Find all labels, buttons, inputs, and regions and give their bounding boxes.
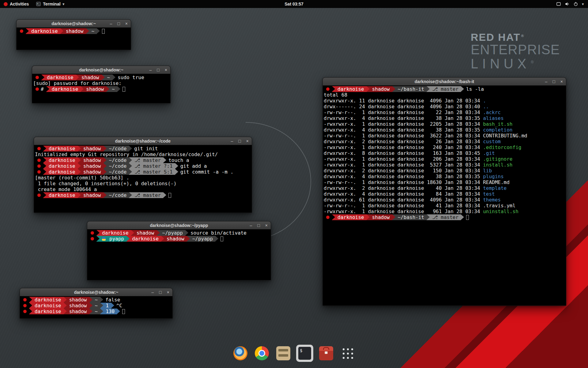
close-button[interactable]: × bbox=[125, 21, 128, 26]
powerline-separator-icon bbox=[43, 163, 46, 169]
terminal-window[interactable]: darknoise@shadow:~–□×darknoiseshadow~sud… bbox=[32, 66, 171, 103]
dock-toolbox[interactable] bbox=[318, 345, 335, 362]
powerline-separator-icon bbox=[78, 169, 81, 175]
redhat-icon bbox=[36, 76, 39, 79]
power-icon[interactable] bbox=[573, 2, 578, 6]
chevron-down-icon[interactable]: ▾ bbox=[582, 2, 584, 6]
window-titlebar[interactable]: darknoise@shadow:~–□× bbox=[17, 20, 131, 28]
prompt-segment-logo bbox=[33, 75, 41, 80]
maximize-button[interactable]: □ bbox=[117, 21, 120, 26]
prompt-segment-user: darknoise bbox=[130, 236, 161, 242]
terminal-content[interactable]: darknoiseshadow~/codegit initInitialized… bbox=[34, 145, 252, 213]
powerline-separator-icon bbox=[102, 75, 105, 80]
prompt-segment-dir: ~ bbox=[109, 86, 117, 92]
window-titlebar[interactable]: darknoise@shadow:~–□× bbox=[20, 288, 172, 296]
prompt-segment-dir: ~/code bbox=[107, 169, 129, 175]
close-button[interactable]: × bbox=[165, 68, 167, 72]
close-button[interactable]: × bbox=[246, 139, 249, 143]
prompt-segment-user: darknoise bbox=[46, 157, 78, 163]
powerline-separator-icon bbox=[97, 28, 100, 34]
prompt-segment-git: ⎇ master bbox=[430, 214, 461, 220]
segment-text: darknoise bbox=[35, 303, 61, 309]
terminal-line: darknoiseshadow~/bash-it⎇ master bbox=[324, 214, 566, 220]
maximize-button[interactable]: □ bbox=[238, 139, 241, 143]
volume-icon[interactable] bbox=[565, 2, 570, 6]
dock-app-grid[interactable] bbox=[339, 345, 356, 362]
minimize-button[interactable]: – bbox=[231, 139, 233, 143]
window-titlebar[interactable]: darknoise@shadow:~/pyapp–□× bbox=[87, 221, 271, 229]
window-buttons: –□× bbox=[231, 137, 249, 145]
powerline-separator-icon bbox=[43, 157, 46, 163]
maximize-button[interactable]: □ bbox=[257, 223, 260, 228]
window-titlebar[interactable]: darknoise@shadow:~/code–□× bbox=[34, 137, 252, 145]
terminal-window[interactable]: darknoise@shadow:~–□×darknoiseshadow~ bbox=[16, 19, 131, 50]
minimize-button[interactable]: – bbox=[545, 79, 548, 84]
window-buttons: –□× bbox=[152, 288, 169, 296]
terminal-window[interactable]: darknoise@shadow:~/code–□×darknoiseshado… bbox=[34, 137, 252, 213]
terminal-window[interactable]: darknoise@shadow:~–□×darknoiseshadow~fal… bbox=[20, 288, 173, 319]
powerline-separator-icon bbox=[29, 309, 32, 314]
powerline-separator-icon bbox=[111, 303, 114, 309]
terminal-content[interactable]: darknoiseshadow~falsedarknoiseshadow~1^C… bbox=[20, 296, 172, 318]
dock-terminal[interactable]: $ bbox=[296, 345, 313, 362]
window-title: darknoise@shadow:~ bbox=[51, 21, 96, 26]
prompt-segment-dir: ~/code bbox=[107, 146, 129, 151]
segment-text: shadow bbox=[83, 157, 101, 163]
window-titlebar[interactable]: darknoise@shadow:~–□× bbox=[32, 66, 170, 74]
close-button[interactable]: × bbox=[265, 223, 268, 228]
terminal-content[interactable]: darknoiseshadow~/pyappsource bin/activat… bbox=[87, 229, 271, 280]
powerline-separator-icon bbox=[43, 146, 46, 151]
terminal-window[interactable]: darknoise@shadow:~/pyapp–□×darknoiseshad… bbox=[87, 221, 271, 280]
powerline-separator-icon bbox=[104, 169, 107, 175]
clock[interactable]: Sat 03:57 bbox=[285, 2, 303, 6]
terminal-line: drwxrwxr-x. 4 darknoise darknoise 84 Jan… bbox=[324, 191, 566, 197]
maximize-button[interactable]: □ bbox=[157, 68, 159, 72]
maximize-button[interactable]: □ bbox=[159, 290, 161, 294]
powerline-separator-icon bbox=[161, 236, 164, 242]
terminal-content[interactable]: darknoiseshadow~sudo true[sudo] password… bbox=[32, 74, 170, 103]
close-button[interactable]: × bbox=[560, 79, 563, 84]
dock: $ bbox=[232, 345, 356, 362]
activities-button[interactable]: Activities bbox=[0, 0, 32, 8]
maximize-button[interactable]: □ bbox=[552, 79, 555, 84]
dock-chrome[interactable] bbox=[253, 345, 270, 362]
window-titlebar[interactable]: darknoise@shadow:~/bash-it–□× bbox=[323, 78, 566, 86]
minimize-button[interactable]: – bbox=[152, 290, 154, 294]
segment-text: darknoise bbox=[35, 309, 61, 314]
terminal-content[interactable]: darknoiseshadow~/bash-it⎇ masterls -lato… bbox=[323, 86, 566, 305]
executable-name: .editorconfig bbox=[483, 144, 521, 150]
prompt-segment-host: shadow bbox=[84, 86, 106, 92]
terminal-cursor bbox=[102, 29, 105, 34]
powerline-separator-icon bbox=[89, 309, 92, 314]
segment-text: ~/pyapp bbox=[162, 230, 183, 236]
terminal-icon: $ bbox=[298, 347, 311, 360]
prompt-segment-user: darknoise bbox=[335, 86, 367, 92]
terminal-window[interactable]: darknoise@shadow:~/bash-it–□×darknoisesh… bbox=[322, 77, 566, 306]
dock-files[interactable] bbox=[275, 345, 292, 362]
terminal-line: drwxrwxr-x. 4 darknoise darknoise 38 Jan… bbox=[324, 127, 566, 133]
dock-firefox[interactable] bbox=[232, 345, 249, 362]
powerline-separator-icon bbox=[215, 236, 218, 242]
output-text: -rwxrwxr-x. 1 darknoise darknoise 961 Ja… bbox=[324, 209, 483, 214]
prompt-segment-host: shadow bbox=[81, 169, 104, 175]
app-menu-terminal[interactable]: >_ Terminal ▾ bbox=[32, 0, 68, 8]
segment-text: shadow bbox=[69, 297, 87, 303]
prompt-segment-logo bbox=[35, 192, 43, 198]
screen-icon[interactable] bbox=[556, 2, 561, 6]
terminal-line: darknoiseshadow~130 bbox=[21, 309, 172, 314]
terminal-cursor bbox=[168, 193, 171, 198]
minimize-button[interactable]: – bbox=[250, 223, 252, 228]
command-text: git commit -a -m . bbox=[178, 169, 233, 175]
terminal-content[interactable]: darknoiseshadow~ bbox=[17, 28, 131, 50]
prompt-segment-host: shadow bbox=[81, 157, 104, 163]
terminal-line: darknoiseshadow~/bash-it⎇ masterls -la bbox=[324, 86, 566, 92]
minimize-button[interactable]: – bbox=[110, 21, 112, 26]
segment-text: darknoise bbox=[49, 169, 75, 175]
window-buttons: –□× bbox=[250, 221, 268, 229]
window-buttons: –□× bbox=[149, 66, 167, 74]
segment-text: ~ bbox=[107, 75, 110, 80]
terminal-line: darknoiseshadow~sudo true bbox=[33, 75, 170, 80]
close-button[interactable]: × bbox=[167, 290, 169, 294]
minimize-button[interactable]: – bbox=[149, 68, 152, 72]
window-title: darknoise@shadow:~ bbox=[79, 67, 123, 72]
